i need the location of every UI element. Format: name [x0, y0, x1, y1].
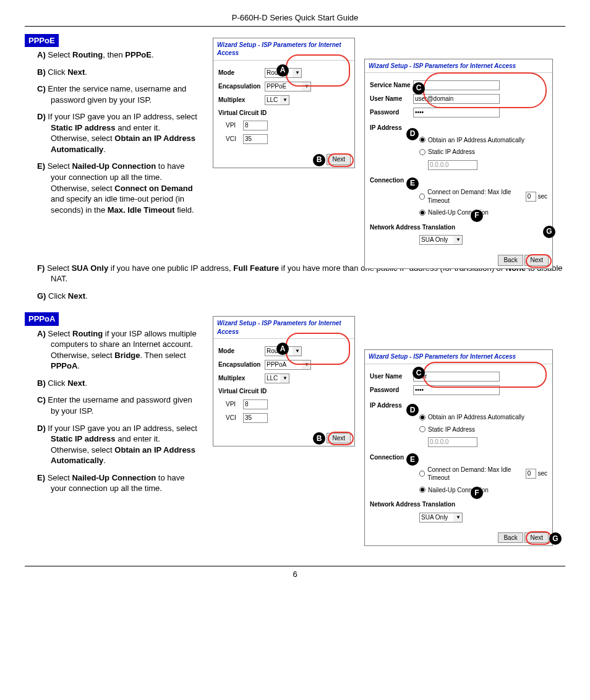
highlight-b	[328, 432, 354, 445]
vci-input[interactable]: 35	[243, 413, 268, 423]
page-footer: 6	[25, 566, 565, 580]
nat-select[interactable]: SUA Only	[419, 513, 463, 523]
vpi-label: VPI	[218, 400, 243, 409]
ip-auto-text: Obtain an IP Address Automatically	[428, 136, 524, 145]
pppoa-panels: Wizard Setup - ISP Parameters for Intern…	[213, 312, 565, 553]
conn-demand-radio[interactable]	[419, 194, 425, 200]
highlight-a	[286, 333, 350, 365]
vpi-input[interactable]: 8	[243, 121, 268, 130]
conn-label: Connection	[370, 453, 404, 462]
encap-label: Encapsulation	[218, 82, 265, 91]
mode-label: Mode	[218, 69, 265, 77]
callout-g: G	[549, 532, 562, 545]
panel-title: Wizard Setup - ISP Parameters for Intern…	[365, 59, 552, 74]
multiplex-label: Multiplex	[218, 374, 265, 383]
highlight-c	[423, 72, 547, 108]
nat-label: Network Address Translation	[370, 500, 455, 509]
highlight-g	[526, 531, 552, 545]
user-label: User Name	[370, 372, 413, 381]
conn-nailed-radio[interactable]	[419, 487, 425, 493]
encap-label: Encapsulation	[218, 361, 265, 369]
ip-input[interactable]: 0.0.0.0	[428, 160, 477, 170]
conn-label: Connection	[370, 176, 404, 185]
conn-demand-text: Connect on Demand: Max Idle Timeout	[427, 466, 524, 482]
callout-b: B	[313, 154, 325, 166]
highlight-g	[526, 254, 552, 268]
pppoe-section: PPPoE Wizard Setup - ISP Parameters for …	[25, 34, 565, 302]
ip-auto-text: Obtain an IP Address Automatically	[428, 413, 524, 422]
ip-auto-radio[interactable]	[419, 137, 425, 143]
multiplex-label: Multiplex	[218, 96, 265, 105]
ip-input[interactable]: 0.0.0.0	[428, 437, 477, 447]
vcid-label: Virtual Circuit ID	[218, 109, 267, 117]
ip-static-radio[interactable]	[419, 426, 425, 432]
pppoa-steps: A) Select Routing if your ISP allows mul…	[37, 328, 198, 494]
vpi-label: VPI	[218, 121, 243, 130]
conn-nailed-radio[interactable]	[419, 210, 425, 216]
back-button[interactable]: Back	[498, 255, 523, 266]
highlight-b	[328, 153, 354, 167]
ip-label: IP Address	[370, 401, 402, 410]
pppoa-badge: PPPoA	[25, 312, 59, 326]
conn-demand-text: Connect on Demand: Max Idle Timeout	[427, 188, 524, 205]
multiplex-select[interactable]: LLC	[265, 373, 289, 383]
nat-select[interactable]: SUA Only	[419, 235, 463, 245]
svc-label: Service Name	[370, 81, 413, 90]
vci-label: VCI	[218, 135, 243, 143]
ip-static-text: Static IP Address	[428, 425, 475, 434]
page-header: P-660H-D Series Quick Start Guide	[25, 12, 565, 27]
pppoe-panels: Wizard Setup - ISP Parameters for Intern…	[213, 34, 565, 263]
pwd-label: Password	[370, 386, 413, 395]
callout-a: A	[276, 64, 289, 77]
callout-f: F	[471, 210, 483, 222]
mode-label: Mode	[218, 347, 265, 356]
sec-text: sec	[537, 192, 547, 201]
sec-text: sec	[537, 469, 547, 478]
callout-c: C	[413, 82, 425, 95]
back-button[interactable]: Back	[498, 532, 523, 544]
vpi-input[interactable]: 8	[243, 399, 268, 409]
callout-d: D	[406, 128, 419, 140]
ip-static-radio[interactable]	[419, 149, 425, 155]
ip-auto-radio[interactable]	[419, 414, 425, 420]
multiplex-select[interactable]: LLC	[265, 95, 289, 105]
nat-label: Network Address Translation	[370, 223, 455, 232]
ip-static-text: Static IP Address	[428, 148, 475, 156]
vci-label: VCI	[218, 414, 243, 422]
callout-g: G	[543, 226, 555, 238]
callout-e: E	[406, 177, 419, 190]
pwd-label: Password	[370, 108, 413, 117]
pppoa-section: PPPoA Wizard Setup - ISP Parameters for …	[25, 312, 565, 553]
pppoe-steps: A) Select Routing, then PPPoE. B) Click …	[37, 49, 198, 215]
pppoe-badge: PPPoE	[25, 34, 59, 48]
idle-input[interactable]: 0	[526, 469, 536, 479]
highlight-c	[423, 362, 547, 388]
highlight-a	[286, 54, 350, 87]
pwd-input[interactable]: ••••	[413, 108, 500, 117]
idle-input[interactable]: 0	[526, 192, 536, 202]
vci-input[interactable]: 35	[243, 134, 268, 144]
conn-demand-radio[interactable]	[419, 471, 425, 477]
vcid-label: Virtual Circuit ID	[218, 387, 267, 396]
user-label: User Name	[370, 95, 413, 103]
ip-label: IP Address	[370, 124, 402, 132]
